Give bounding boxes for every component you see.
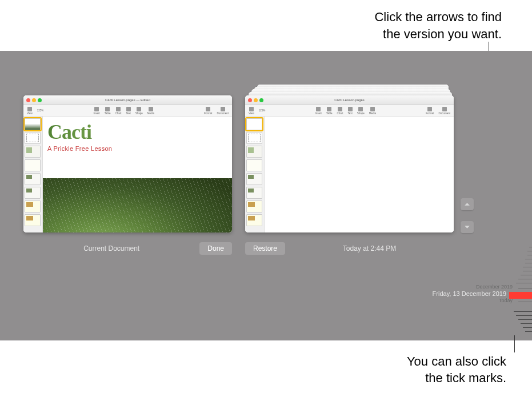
done-button[interactable]: Done [199, 242, 232, 255]
page-thumbnail[interactable] [25, 214, 41, 226]
page-thumbnail[interactable] [246, 173, 262, 185]
document-body [245, 117, 454, 232]
zoom-button[interactable]: 125% [259, 109, 266, 112]
page-thumbnail[interactable] [25, 132, 41, 144]
insert-button[interactable]: Insert [315, 107, 321, 115]
format-button[interactable]: Format [426, 107, 434, 115]
format-button[interactable]: Format [204, 107, 212, 115]
timeline-tick[interactable] [469, 245, 532, 249]
text-button[interactable]: Text [347, 107, 352, 115]
callout-text: Click the arrows to find [374, 9, 502, 26]
media-icon [149, 107, 153, 111]
window-titlebar: Cacti Lesson.pages [245, 95, 454, 105]
timeline-tick[interactable] [469, 253, 532, 257]
page-thumbnail[interactable] [246, 132, 262, 144]
timeline-tick[interactable] [469, 257, 532, 261]
page-thumbnail[interactable] [246, 159, 262, 171]
page-thumbnail[interactable] [25, 187, 41, 199]
page-thumbnail[interactable] [246, 201, 262, 212]
previous-version-button[interactable] [461, 198, 474, 210]
thumbnails-sidebar[interactable] [245, 117, 265, 232]
table-icon [327, 107, 331, 111]
callout-text: the tick marks. [407, 370, 506, 387]
page-thumbnail[interactable] [25, 173, 41, 185]
document-title: Cacti [47, 120, 227, 144]
page-thumbnail[interactable] [25, 201, 41, 212]
media-button[interactable]: Media [147, 107, 154, 115]
current-document-label: Current Document [23, 244, 199, 252]
document-canvas[interactable] [265, 117, 454, 232]
close-icon[interactable] [26, 98, 30, 102]
maximize-icon[interactable] [38, 98, 42, 102]
document-button[interactable]: Document [217, 107, 229, 115]
chart-icon [116, 107, 121, 111]
page-thumbnail[interactable] [25, 146, 41, 158]
chevron-down-icon [464, 224, 470, 230]
timeline-tick[interactable] [469, 330, 532, 334]
thumbnails-sidebar[interactable] [23, 117, 43, 232]
document-button[interactable]: Document [439, 107, 451, 115]
timeline-tick[interactable] [469, 269, 532, 273]
insert-button[interactable]: Insert [93, 107, 99, 115]
timeline-tick[interactable] [469, 314, 532, 318]
document-icon [221, 107, 225, 111]
timeline-tick[interactable] [469, 310, 532, 314]
version-document-window: Cacti Lesson.pages View 125% Insert Tabl… [245, 95, 454, 232]
page-thumbnail[interactable] [246, 146, 262, 158]
timeline-today-label: Today [499, 298, 513, 303]
timeline-tick[interactable] [469, 249, 532, 253]
view-icon [27, 107, 32, 111]
maximize-icon[interactable] [259, 98, 263, 102]
shape-button[interactable]: Shape [135, 107, 143, 115]
table-icon [105, 107, 110, 111]
page-thumbnail[interactable] [25, 118, 41, 130]
table-button[interactable]: Table [326, 107, 333, 115]
close-icon[interactable] [248, 98, 252, 102]
timeline-tick[interactable] [469, 322, 532, 326]
view-button[interactable]: View [249, 107, 254, 115]
page-thumbnail[interactable] [246, 118, 262, 130]
chart-button[interactable]: Chart [337, 107, 343, 115]
document-body: Cacti A Prickle Free Lesson [23, 117, 232, 232]
view-icon [249, 107, 254, 111]
document-icon [442, 107, 447, 111]
timeline-tick[interactable] [469, 265, 532, 269]
restore-button[interactable]: Restore [245, 242, 285, 255]
timeline-selected-label: Friday, 13 December 2019 [433, 290, 506, 297]
current-document-window: Cacti Lesson.pages — Edited View 125% In… [23, 95, 232, 232]
format-icon [427, 107, 432, 111]
chart-button[interactable]: Chart [115, 107, 121, 115]
view-button[interactable]: View [27, 107, 33, 115]
timeline-tick[interactable]: Today [469, 299, 532, 305]
document-subtitle: A Prickle Free Lesson [47, 145, 227, 152]
timeline-tick[interactable] [469, 261, 532, 265]
chart-icon [338, 107, 342, 111]
page-title: Cacti Lesson.pages [245, 98, 454, 102]
table-button[interactable]: Table [105, 107, 111, 115]
version-timestamp-label: Today at 2:44 PM [285, 244, 454, 252]
text-button[interactable]: Text [126, 107, 130, 115]
page-thumbnail[interactable] [25, 159, 41, 171]
insert-icon [94, 107, 99, 111]
shape-button[interactable]: Shape [357, 107, 365, 115]
minimize-icon[interactable] [254, 98, 258, 102]
traffic-lights[interactable] [26, 98, 42, 102]
minimize-icon[interactable] [32, 98, 36, 102]
timeline-month-label: December 2019 [476, 284, 513, 290]
current-document-label-row: Current Document Done [23, 242, 232, 255]
timeline-tick[interactable] [469, 273, 532, 277]
zoom-button[interactable]: 125% [37, 109, 44, 112]
next-version-button[interactable] [461, 221, 474, 233]
timeline-tick[interactable] [469, 277, 532, 281]
page-thumbnail[interactable] [246, 187, 262, 199]
callout-top: Click the arrows to find the version you… [374, 9, 502, 42]
page-thumbnail[interactable] [246, 214, 262, 226]
chevron-up-icon [464, 201, 470, 207]
media-button[interactable]: Media [369, 107, 376, 115]
traffic-lights[interactable] [248, 98, 263, 102]
callout-bottom: You can also click the tick marks. [407, 353, 506, 387]
timeline-tick[interactable] [469, 326, 532, 330]
text-icon [348, 107, 353, 111]
document-canvas[interactable]: Cacti A Prickle Free Lesson [43, 117, 232, 232]
timeline-tick[interactable] [469, 318, 532, 322]
